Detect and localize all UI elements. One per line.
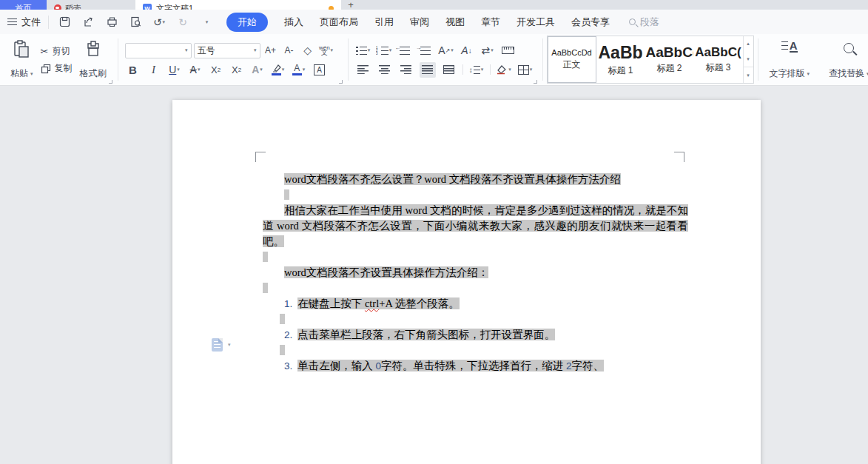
style-normal[interactable]: AaBbCcDd 正文 (548, 36, 596, 83)
numbering-dropdown-arrow[interactable]: ▾ (389, 47, 392, 53)
export-button[interactable] (80, 14, 96, 30)
strikethrough-button[interactable]: A▾ (187, 62, 203, 78)
wps-writer-icon: W (143, 4, 152, 10)
ruler-button[interactable] (500, 43, 517, 58)
tab-references[interactable]: 引用 (374, 16, 394, 29)
increase-indent-button[interactable]: → (417, 43, 434, 58)
shrink-font-button[interactable]: A- (281, 43, 297, 58)
align-right-button[interactable] (398, 62, 414, 78)
strikethrough-dropdown-arrow[interactable]: ▾ (198, 67, 201, 73)
font-size-combo[interactable]: 五号 ▾ (194, 43, 260, 58)
style-heading-2[interactable]: AaBbC( 标题 2 (645, 36, 694, 83)
list-number: 1. (284, 298, 292, 309)
italic-button[interactable]: I (146, 62, 162, 78)
gallery-down-button[interactable]: ▾ (744, 52, 753, 67)
bold-button[interactable]: B (125, 62, 141, 78)
distribute-button[interactable] (441, 62, 457, 78)
tab-developer[interactable]: 开发工具 (517, 16, 555, 29)
docer-tab[interactable]: 稻壳 (47, 0, 135, 10)
subscript-button[interactable]: X2 (229, 62, 245, 78)
tab-view[interactable]: 视图 (445, 16, 465, 29)
align-center-button[interactable] (377, 62, 393, 78)
tab-page-layout[interactable]: 页面布局 (320, 16, 358, 29)
underline-dropdown-arrow[interactable]: ▾ (177, 67, 180, 73)
bullets-dropdown-arrow[interactable]: ▾ (368, 47, 371, 53)
font-size-dropdown-arrow[interactable]: ▾ (254, 47, 257, 53)
font-name-dropdown-arrow[interactable]: ▾ (185, 47, 188, 53)
tab-review[interactable]: 审阅 (410, 16, 429, 29)
highlight-dropdown-arrow[interactable]: ▾ (282, 67, 285, 73)
phonetic-dropdown-arrow[interactable]: ▾ (331, 47, 334, 53)
paragraph-dialog-launcher[interactable] (534, 80, 537, 84)
customize-toolbar-button[interactable]: ▾ (198, 14, 215, 30)
decrease-indent-button[interactable]: ← (397, 43, 413, 58)
copy-button[interactable]: 复制 (41, 62, 73, 75)
text-layout-dropdown-arrow[interactable]: ▾ (807, 71, 810, 77)
clear-format-button[interactable]: ◇ (300, 43, 316, 58)
paragraph-layout-tool[interactable]: ▾ (212, 338, 231, 352)
grow-font-button[interactable]: A+ (263, 43, 279, 58)
numbering-button[interactable]: 1 2 3▾ (376, 43, 392, 58)
undo-dropdown-arrow[interactable]: ▾ (163, 19, 166, 25)
ribbon-search[interactable]: 段落 (629, 16, 659, 29)
clipboard-dialog-launcher[interactable] (109, 80, 112, 84)
font-name-combo[interactable]: ▾ (125, 43, 192, 58)
character-shading-icon: A (314, 64, 325, 75)
separator (48, 16, 49, 29)
shading-button[interactable]: ▾ (496, 62, 512, 78)
new-tab-button[interactable]: + (341, 0, 360, 10)
file-menu-button[interactable]: 文件 (7, 16, 41, 29)
text-effects-button[interactable]: A▾ (249, 62, 266, 78)
line-spacing-button[interactable]: ↕▾ (468, 62, 485, 78)
bullets-icon (356, 47, 367, 55)
justify-button[interactable] (420, 62, 436, 78)
print-preview-button[interactable] (127, 14, 144, 30)
wrap-dropdown-arrow[interactable]: ▾ (491, 47, 494, 53)
shading-dropdown-arrow[interactable]: ▾ (508, 67, 511, 73)
gallery-more-button[interactable]: ▾ (744, 67, 753, 83)
superscript-button[interactable]: X2 (208, 62, 224, 78)
align-left-button[interactable] (355, 62, 371, 78)
underline-button[interactable]: U▾ (166, 62, 183, 78)
sort-arrow: ↓ (468, 47, 472, 55)
borders-button[interactable]: ▾ (517, 62, 534, 78)
print-button[interactable] (104, 14, 120, 30)
highlight-color-button[interactable]: ▾ (270, 62, 286, 78)
redo-button[interactable]: ↻ (175, 14, 191, 30)
style-heading-1[interactable]: AaBb 标题 1 (596, 36, 645, 83)
phonetic-guide-button[interactable]: wén 文 ▾ (318, 43, 334, 58)
borders-dropdown-arrow[interactable]: ▾ (530, 67, 533, 73)
character-scale-button[interactable]: A↗▾ (438, 43, 454, 58)
style-heading-3[interactable]: AaBbC( 标题 3 (694, 36, 743, 83)
text-effects-dropdown-arrow[interactable]: ▾ (260, 67, 263, 73)
tab-home[interactable]: 开始 (226, 13, 268, 32)
bullets-button[interactable]: ▾ (355, 43, 371, 58)
cut-button[interactable]: ✂ 剪切 (41, 45, 73, 58)
tab-section[interactable]: 章节 (481, 16, 500, 29)
font-color-dropdown-arrow[interactable]: ▾ (303, 67, 306, 73)
tab-insert[interactable]: 插入 (284, 16, 303, 29)
paste-dropdown-arrow[interactable]: ▾ (30, 71, 33, 77)
save-button[interactable] (56, 14, 73, 30)
undo-button[interactable]: ↺ ▾ (151, 14, 167, 30)
gallery-up-button[interactable]: ▴ (744, 36, 753, 52)
scale-dropdown-arrow[interactable]: ▾ (451, 47, 454, 53)
format-painter-button[interactable]: 格式刷 (75, 38, 111, 82)
line-spacing-icon: ↕ (469, 66, 480, 74)
wrap-button[interactable]: ⇄▾ (480, 43, 496, 58)
home-tab[interactable]: 首页 (0, 0, 47, 10)
tab-membership[interactable]: 会员专享 (571, 16, 610, 29)
font-color-button[interactable]: A ▾ (291, 62, 307, 78)
find-replace-button[interactable]: 查找替换▾ (824, 38, 868, 82)
borders-icon (518, 65, 529, 75)
paragraph-layout-dropdown-arrow[interactable]: ▾ (228, 342, 231, 348)
selected-paragraph-mark (263, 283, 268, 293)
line-spacing-dropdown-arrow[interactable]: ▾ (481, 67, 484, 73)
character-shading-button[interactable]: A (312, 62, 328, 78)
font-dialog-launcher[interactable] (339, 80, 343, 84)
paste-button[interactable]: 粘贴▾ (6, 38, 38, 82)
text-layout-button[interactable]: A 文字排版▾ (765, 38, 815, 82)
document-page[interactable]: ▾ word文档段落不齐怎么设置？word 文档段落不齐设置具体操作方法介绍 相… (172, 100, 761, 464)
document-tab[interactable]: W 文字文稿1 (135, 0, 341, 10)
sort-button[interactable]: A↓ (459, 43, 475, 58)
